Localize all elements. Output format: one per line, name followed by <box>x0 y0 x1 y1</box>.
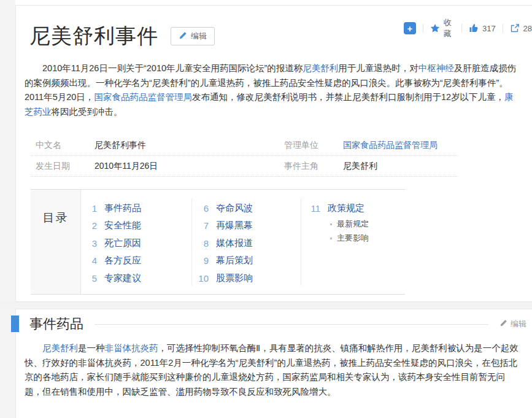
toc-item-8[interactable]: 8 媒体报道 <box>195 234 253 252</box>
infobox: 中文名 尼美舒利事件 管理单位 国家食品药品监督管理局 发生日期 2010年11… <box>31 135 458 177</box>
toc-label: 各方反应 <box>104 255 141 266</box>
table-of-contents: 目录 1 事件药品 2 安全性能 3 死亡原因 4 各方反应 5 专家建议 6 … <box>31 189 405 295</box>
section-accent-bar <box>11 315 19 332</box>
toc-number: 3 <box>83 238 97 249</box>
pencil-icon <box>499 319 507 329</box>
bullet-icon <box>330 238 332 239</box>
infobox-label: 事件主角 <box>284 161 343 172</box>
toc-label: 死亡原因 <box>104 238 141 249</box>
infobox-label: 管理单位 <box>284 140 343 151</box>
divider <box>423 24 423 33</box>
toc-label: 政策规定 <box>328 203 364 214</box>
toc-column-2: 6 夺命风波 7 再爆黑幕 8 媒体报道 9 幕后策划 10 股票影响 <box>195 199 253 287</box>
inline-link[interactable]: 尼美舒利 <box>42 343 78 353</box>
toc-label: 专家建议 <box>104 273 141 284</box>
divider <box>94 324 488 325</box>
toc-number: 6 <box>195 203 209 214</box>
toc-item-10[interactable]: 10 股票影响 <box>195 269 253 287</box>
bullet-icon <box>330 223 332 225</box>
toc-sub-label: 主要影响 <box>337 233 369 244</box>
infobox-cell: 管理单位 国家食品药品监督管理局 <box>279 135 458 156</box>
infobox-value-link[interactable]: 国家食品药品监督管理局 <box>343 140 438 151</box>
toc-label: 股票影响 <box>216 273 253 284</box>
page-title: 尼美舒利事件 <box>29 22 158 50</box>
page-left-margin <box>0 0 15 418</box>
share-count: 28 <box>523 24 532 33</box>
toc-number: 1 <box>83 203 97 214</box>
infobox-label: 中文名 <box>36 140 94 151</box>
toc-title: 目录 <box>31 190 81 294</box>
toc-item-11[interactable]: 11 政策规定 <box>303 199 369 217</box>
toc-number: 10 <box>195 273 209 284</box>
toc-label: 事件药品 <box>104 203 141 214</box>
toc-item-2[interactable]: 2 安全性能 <box>83 217 141 235</box>
infobox-cell: 中文名 尼美舒利事件 <box>31 135 279 156</box>
divider <box>301 198 301 285</box>
text-run: 发布通知，修改尼美舒利说明书，并禁止尼美舒利口服制剂用于12岁以下儿童， <box>192 92 504 102</box>
like-button[interactable]: 317 <box>469 23 496 33</box>
toc-number: 7 <box>195 220 209 231</box>
text-run: 2010年11月26日一则关于“2010年儿童安全用药国际论坛”的报道称 <box>42 63 303 73</box>
toc-item-5[interactable]: 5 专家建议 <box>83 269 141 287</box>
like-count: 317 <box>482 24 496 33</box>
inline-link[interactable]: 非甾体抗炎药 <box>105 343 158 353</box>
favorite-label: 收藏 <box>444 17 455 39</box>
toc-number: 4 <box>83 255 97 266</box>
toc-sub-label: 最新规定 <box>337 219 369 230</box>
inline-link[interactable]: 中枢神经 <box>418 63 454 73</box>
infobox-cell: 发生日期 2010年11月26日 <box>31 156 279 177</box>
divider <box>461 24 462 33</box>
section-edit-button[interactable]: 编辑 <box>499 319 526 330</box>
section-header: 事件药品 编辑 <box>29 312 526 336</box>
toc-label: 再爆黑幕 <box>216 220 253 231</box>
toc-item-4[interactable]: 4 各方反应 <box>83 252 141 270</box>
inline-link[interactable]: 国家食品药品监督管理局 <box>94 92 192 102</box>
text-run: 将因此受到冲击。 <box>52 107 123 117</box>
infobox-value: 尼美舒利 <box>343 161 377 172</box>
section-edit-label: 编辑 <box>511 319 526 330</box>
toc-number: 5 <box>83 273 97 284</box>
infobox-label: 发生日期 <box>36 161 94 172</box>
favorite-button[interactable]: 收藏 <box>430 17 455 39</box>
thumb-up-icon <box>469 23 479 33</box>
edit-button[interactable]: 编辑 <box>171 27 215 45</box>
add-button[interactable]: + <box>404 22 416 34</box>
toc-subitem-2[interactable]: 主要影响 <box>330 231 369 246</box>
section-paragraph: 尼美舒利是一种非甾体抗炎药，可选择性抑制环氧合酶Ⅱ，具有显著的抗炎、镇痛和解热作… <box>25 341 519 399</box>
title-row: 尼美舒利事件 编辑 <box>29 22 215 50</box>
intro-paragraph: 2010年11月26日一则关于“2010年儿童安全用药国际论坛”的报道称尼美舒利… <box>25 61 519 119</box>
toc-column-1: 1 事件药品 2 安全性能 3 死亡原因 4 各方反应 5 专家建议 <box>83 199 141 287</box>
toc-number: 2 <box>83 220 97 231</box>
toc-label: 夺命风波 <box>216 203 253 214</box>
share-icon <box>510 23 520 33</box>
toc-item-9[interactable]: 9 幕后策划 <box>195 252 253 270</box>
toc-number: 8 <box>195 238 209 249</box>
share-button[interactable]: 28 <box>510 23 532 33</box>
infobox-value: 2010年11月26日 <box>94 161 158 172</box>
toc-label: 安全性能 <box>104 220 141 231</box>
toc-item-7[interactable]: 7 再爆黑幕 <box>195 217 253 235</box>
toc-item-6[interactable]: 6 夺命风波 <box>195 199 253 217</box>
toc-subitem-1[interactable]: 最新规定 <box>330 217 369 231</box>
divider <box>191 198 192 285</box>
infobox-value: 尼美舒利事件 <box>94 140 146 151</box>
star-icon <box>430 23 440 33</box>
inline-link[interactable]: 尼美舒利 <box>303 63 338 73</box>
action-bar: + 收藏 317 28 <box>404 17 532 39</box>
toc-number: 9 <box>195 255 209 266</box>
text-run: 是一种 <box>78 343 105 353</box>
toc-number: 11 <box>303 203 320 214</box>
section-title: 事件药品 <box>29 315 83 333</box>
toc-item-1[interactable]: 1 事件药品 <box>83 199 141 217</box>
edit-button-label: 编辑 <box>191 31 207 42</box>
infobox-cell: 事件主角 尼美舒利 <box>279 156 458 177</box>
divider <box>503 24 503 33</box>
plus-icon[interactable]: + <box>404 22 416 34</box>
module-separator <box>0 302 532 309</box>
text-run: 用于儿童退热时，对 <box>338 63 418 73</box>
pencil-icon <box>179 31 187 42</box>
toc-label: 幕后策划 <box>216 255 253 266</box>
toc-item-3[interactable]: 3 死亡原因 <box>83 234 141 252</box>
toc-label: 媒体报道 <box>216 238 253 249</box>
toc-column-3: 11 政策规定 最新规定 主要影响 <box>303 199 369 246</box>
